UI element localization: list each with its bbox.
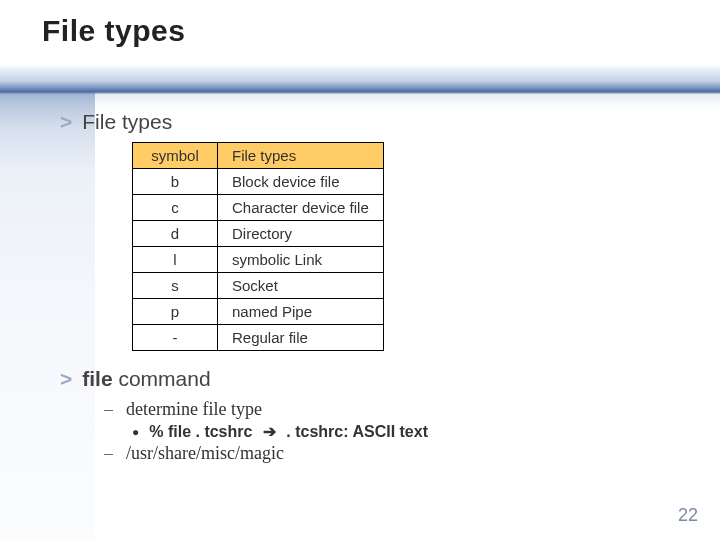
slide: File types > File types symbol File type… (0, 0, 720, 540)
file-command-rest: command (113, 367, 211, 390)
chevron-icon: > (60, 110, 72, 134)
bullet-file-command-text: file command (82, 367, 210, 391)
dash-icon: – (104, 399, 116, 420)
sub-magic: – /usr/share/misc/magic (104, 443, 660, 464)
cell-desc: named Pipe (218, 299, 384, 325)
table-row: s Socket (133, 273, 384, 299)
cell-desc: Block device file (218, 169, 384, 195)
cell-symbol: - (133, 325, 218, 351)
slide-title: File types (42, 14, 185, 48)
sub-list: – determine file type ● % file . tcshrc … (104, 399, 660, 464)
bullet-file-types-text: File types (82, 110, 172, 134)
example-out: . tcshrc: ASCII text (286, 423, 428, 440)
cell-desc: Socket (218, 273, 384, 299)
example-cmd: % file . tcshrc (149, 423, 252, 440)
sub-determine-text: determine file type (126, 399, 262, 420)
table-header-row: symbol File types (133, 143, 384, 169)
sub-determine: – determine file type (104, 399, 660, 420)
bullet-file-types: > File types (60, 110, 660, 134)
table-row: c Character device file (133, 195, 384, 221)
slide-body: > File types symbol File types b Block d… (60, 110, 660, 466)
file-command-bold: file (82, 367, 112, 390)
sub-magic-text: /usr/share/misc/magic (126, 443, 284, 464)
cell-desc: Regular file (218, 325, 384, 351)
cell-desc: Directory (218, 221, 384, 247)
sub-example: ● % file . tcshrc ➔ . tcshrc: ASCII text (132, 422, 660, 441)
cell-symbol: b (133, 169, 218, 195)
cell-symbol: p (133, 299, 218, 325)
table-row: l symbolic Link (133, 247, 384, 273)
table-header-symbol: symbol (133, 143, 218, 169)
chevron-icon: > (60, 367, 72, 391)
bullet-file-command: > file command (60, 367, 660, 391)
cell-symbol: c (133, 195, 218, 221)
table-row: - Regular file (133, 325, 384, 351)
table-row: b Block device file (133, 169, 384, 195)
dash-icon: – (104, 443, 116, 464)
sub-example-text: % file . tcshrc ➔ . tcshrc: ASCII text (149, 422, 428, 441)
cell-symbol: s (133, 273, 218, 299)
dot-icon: ● (132, 425, 139, 439)
arrow-icon: ➔ (263, 422, 276, 441)
page-number: 22 (678, 505, 698, 526)
cell-desc: Character device file (218, 195, 384, 221)
cell-symbol: d (133, 221, 218, 247)
file-types-table: symbol File types b Block device file c … (132, 142, 384, 351)
table-row: d Directory (133, 221, 384, 247)
table-header-type: File types (218, 143, 384, 169)
cell-symbol: l (133, 247, 218, 273)
table-row: p named Pipe (133, 299, 384, 325)
cell-desc: symbolic Link (218, 247, 384, 273)
